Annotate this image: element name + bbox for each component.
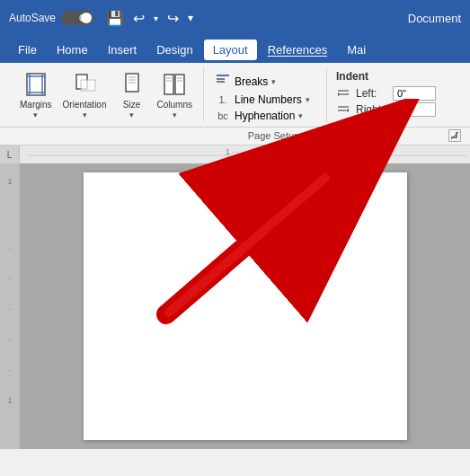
svg-marker-25 [346, 109, 349, 112]
indent-left-row: Left: [336, 86, 436, 101]
toggle-circle [81, 13, 92, 23]
menu-layout[interactable]: Layout [204, 40, 257, 60]
ribbon-page-setup-buttons: Margins ▾ Orientation ▾ [16, 68, 196, 121]
ribbon-breaks-group: Breaks ▾ 1. Line Numbers ▾ bc Hyphenatio… [204, 68, 327, 123]
redo-icon[interactable]: ↪ [167, 10, 179, 27]
menu-mailings[interactable]: Mai [338, 40, 375, 60]
indent-right-icon [336, 102, 350, 117]
document-page[interactable] [84, 172, 407, 440]
undo-icon[interactable]: ↩ [133, 10, 145, 27]
orientation-label: Orientation [63, 100, 107, 110]
page-setup-label: Page Setup [99, 130, 448, 141]
size-arrow: ▾ [129, 110, 134, 119]
title-bar: AutoSave Off 💾 ↩ ▾ ↪ ▾ Document [0, 0, 470, 36]
menu-file[interactable]: File [9, 40, 46, 60]
ribbon: Margins ▾ Orientation ▾ [0, 63, 470, 128]
sidebar-num-7: 1 [7, 396, 12, 405]
ruler-tab[interactable]: L [0, 145, 20, 163]
doc-area: 1 · · · · · 1 [0, 163, 470, 449]
columns-button[interactable]: Columns ▾ [154, 68, 196, 121]
indent-right-row: Right: [336, 102, 436, 117]
margins-button[interactable]: Margins ▾ [16, 68, 56, 121]
ribbon-indent-group: Indent Left: [327, 68, 445, 119]
svg-rect-6 [81, 80, 95, 91]
breaks-button[interactable]: Breaks ▾ [211, 72, 319, 91]
undo-dropdown-icon[interactable]: ▾ [154, 13, 158, 23]
sidebar-num-4: · [9, 304, 12, 313]
svg-marker-22 [338, 93, 341, 96]
orientation-icon [70, 70, 99, 99]
size-button[interactable]: Size ▾ [114, 68, 150, 121]
page-setup-expand-button[interactable] [448, 129, 461, 142]
indent-left-input[interactable] [393, 86, 436, 101]
orientation-arrow: ▾ [83, 110, 87, 119]
breaks-icon [215, 73, 231, 90]
ruler-tab-label: L [7, 150, 13, 160]
sidebar-num-1: 1 [7, 177, 12, 186]
breaks-label: Breaks [235, 75, 268, 88]
svg-rect-11 [164, 75, 173, 94]
line-numbers-label: Line Numbers [235, 93, 302, 106]
menu-design[interactable]: Design [147, 40, 201, 60]
margins-label: Margins [20, 100, 52, 110]
page-setup-bar: Page Setup [0, 128, 470, 145]
indent-left-icon [336, 86, 350, 101]
doc-main [20, 163, 470, 449]
margins-arrow: ▾ [33, 110, 38, 119]
hyphenation-button[interactable]: bc Hyphenation ▾ [211, 109, 319, 123]
menu-insert[interactable]: Insert [99, 40, 146, 60]
line-numbers-icon: 1. [215, 94, 231, 105]
indent-left-label: Left: [356, 87, 387, 100]
size-label: Size [123, 100, 140, 110]
columns-label: Columns [157, 100, 192, 110]
svg-text:1 · · · · · 1: 1 · · · · · 1 [226, 147, 260, 156]
breaks-stack: Breaks ▾ 1. Line Numbers ▾ bc Hyphenatio… [211, 72, 319, 123]
autosave-label: AutoSave [9, 12, 56, 24]
ruler-main: 1 · · · · · 1 [20, 145, 470, 163]
hyphenation-label: Hyphenation [235, 110, 295, 122]
hyphenation-arrow: ▾ [298, 111, 303, 120]
sidebar-num-3: · [9, 274, 12, 283]
hyphenation-icon: bc [215, 110, 231, 121]
line-numbers-arrow: ▾ [306, 95, 310, 104]
orientation-button[interactable]: Orientation ▾ [59, 68, 111, 121]
indent-right-label: Right: [356, 103, 387, 116]
indent-right-input[interactable] [393, 102, 436, 117]
line-numbers-button[interactable]: 1. Line Numbers ▾ [211, 93, 319, 107]
sidebar-num-6: · [9, 366, 12, 375]
svg-rect-17 [217, 75, 229, 76]
customize-icon[interactable]: ▾ [188, 12, 193, 24]
menu-bar: File Home Insert Design Layout Reference… [0, 36, 470, 63]
svg-line-26 [451, 132, 458, 139]
menu-home[interactable]: Home [48, 40, 97, 60]
ribbon-page-setup: Margins ▾ Orientation ▾ [9, 68, 204, 121]
sidebar-num-2: · [9, 243, 12, 252]
autosave-toggle[interactable]: Off [61, 11, 93, 25]
menu-references[interactable]: References [259, 40, 336, 60]
indent-title: Indent [336, 70, 436, 83]
sidebar-num-5: · [9, 335, 12, 344]
columns-arrow: ▾ [173, 110, 177, 119]
title-bar-icons: 💾 ↩ ▾ ↪ ▾ [106, 10, 193, 27]
breaks-arrow: ▾ [271, 77, 276, 86]
ruler-area: L 1 · · · · · 1 [0, 145, 470, 163]
columns-icon [160, 70, 189, 99]
margins-icon [22, 70, 50, 99]
autosave-area: AutoSave Off [9, 11, 93, 25]
document-title: Document [408, 12, 461, 25]
save-icon[interactable]: 💾 [106, 10, 124, 27]
svg-rect-12 [175, 75, 184, 94]
size-icon [118, 70, 146, 99]
doc-sidebar: 1 · · · · · 1 [0, 163, 20, 449]
